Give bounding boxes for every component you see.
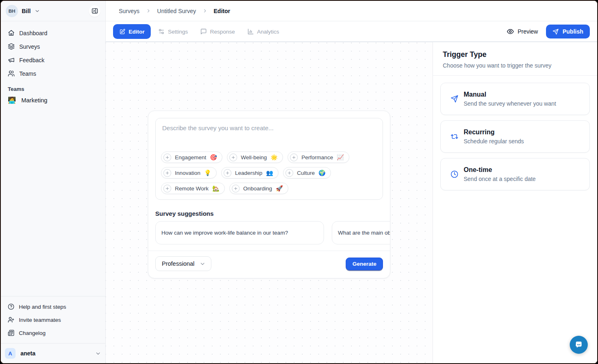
option-description: Send the survey whenever you want	[464, 100, 556, 107]
clock-icon	[451, 170, 458, 178]
trigger-option-one-time[interactable]: One-time Send once at a specific date	[440, 158, 590, 190]
trigger-panel-header: Trigger Type Choose how you want to trig…	[433, 42, 597, 76]
chip-culture[interactable]: Culture🌍	[283, 167, 331, 179]
chat-widget-button[interactable]	[570, 336, 588, 354]
option-title: Manual	[464, 91, 556, 98]
sidebar-item-surveys[interactable]: Surveys	[4, 40, 102, 53]
sidebar-item-teams[interactable]: Teams	[4, 67, 102, 80]
chevron-right-icon	[202, 8, 208, 14]
trigger-options: Manual Send the survey whenever you want…	[433, 76, 597, 197]
chat-bubble-icon	[574, 340, 583, 349]
house-emoji-icon: 🏡	[212, 185, 219, 191]
sliders-icon	[158, 28, 165, 35]
megaphone-icon	[8, 57, 15, 63]
sidebar-item-invite-teammates[interactable]: Invite teammates	[4, 313, 102, 326]
ai-composer-card: Engagement🎯 Well-being🌟 Performance📈	[148, 111, 390, 278]
people-emoji-icon: 👥	[266, 170, 273, 176]
account-name: aneta	[20, 350, 36, 357]
send-icon	[451, 95, 458, 103]
panel-title: Trigger Type	[443, 50, 587, 59]
sidebar-spacer	[1, 106, 105, 296]
option-title: One-time	[464, 166, 536, 174]
sidebar-item-dashboard[interactable]: Dashboard	[4, 26, 102, 40]
preview-button[interactable]: Preview	[503, 25, 541, 38]
sidebar-item-label: Feedback	[19, 57, 44, 63]
publish-button[interactable]: Publish	[546, 25, 590, 38]
app-window: BH Bill Dashboard Surveys Feedback	[0, 0, 598, 364]
collapse-sidebar-button[interactable]	[89, 5, 100, 17]
option-description: Send once at a specific date	[464, 176, 536, 182]
tone-value: Professional	[162, 260, 195, 267]
chip-remote-work[interactable]: Remote Work🏡	[161, 183, 225, 194]
topic-chips: Engagement🎯 Well-being🌟 Performance📈	[156, 151, 383, 199]
chip-well-being[interactable]: Well-being🌟	[227, 151, 283, 163]
sidebar-item-feedback[interactable]: Feedback	[4, 53, 102, 67]
tab-settings[interactable]: Settings	[153, 24, 193, 39]
technologist-emoji-icon: 🧑‍💻	[8, 97, 16, 104]
avatar: BH	[6, 5, 18, 17]
sidebar-item-help[interactable]: Help and first steps	[4, 300, 102, 313]
sidebar-item-changelog[interactable]: Changelog	[4, 326, 102, 339]
sidebar-item-label: Dashboard	[19, 30, 48, 36]
trigger-option-manual[interactable]: Manual Send the survey whenever you want	[440, 83, 590, 115]
survey-description-input[interactable]	[156, 118, 383, 151]
editor-canvas[interactable]: Engagement🎯 Well-being🌟 Performance📈	[106, 42, 433, 363]
chevron-down-icon	[34, 8, 40, 14]
suggestion-card[interactable]: How can we improve work-life balance in …	[155, 221, 324, 244]
breadcrumb-surveys[interactable]: Surveys	[119, 8, 140, 14]
sidebar: BH Bill Dashboard Surveys Feedback	[1, 1, 106, 363]
sidebar-item-label: Teams	[19, 70, 36, 77]
tab-response[interactable]: Response	[195, 24, 240, 39]
sidebar-header: BH Bill	[1, 1, 105, 21]
plus-icon	[224, 169, 231, 177]
workspace-name: Bill	[22, 8, 31, 14]
composer-footer: Professional Generate	[148, 251, 390, 278]
option-title: Recurring	[464, 129, 524, 136]
edit-icon	[119, 29, 125, 35]
sidebar-nav: Dashboard Surveys Feedback Teams Teams 🧑…	[1, 21, 105, 106]
team-name: Marketing	[21, 97, 48, 104]
tab-analytics[interactable]: Analytics	[242, 24, 284, 39]
generate-button[interactable]: Generate	[346, 258, 383, 270]
survey-suggestions-title: Survey suggestions	[155, 210, 383, 217]
sidebar-item-team-marketing[interactable]: 🧑‍💻 Marketing	[4, 94, 102, 106]
content-area: Engagement🎯 Well-being🌟 Performance📈	[106, 41, 597, 363]
bulb-emoji-icon: 💡	[204, 170, 211, 176]
chevron-down-icon	[95, 350, 101, 357]
sidebar-footer-nav: Help and first steps Invite teammates Ch…	[1, 296, 105, 341]
home-icon	[8, 29, 15, 36]
plus-icon	[163, 154, 171, 161]
chevron-right-icon	[146, 8, 151, 14]
main-area: Surveys Untitled Survey Editor Editor Se…	[106, 1, 597, 363]
breadcrumb-editor: Editor	[214, 8, 230, 14]
tone-select[interactable]: Professional	[155, 256, 211, 271]
plus-icon	[229, 154, 237, 161]
trigger-option-recurring[interactable]: Recurring Schedule regular sends	[440, 120, 590, 153]
eye-icon	[507, 28, 514, 35]
plus-icon	[163, 169, 171, 177]
suggestion-card[interactable]: What are the main ob	[332, 221, 390, 244]
rocket-emoji-icon: 🚀	[276, 185, 283, 191]
tab-editor[interactable]: Editor	[113, 24, 151, 39]
send-icon	[553, 29, 559, 35]
chip-onboarding[interactable]: Onboarding🚀	[229, 183, 288, 194]
layers-icon	[8, 43, 15, 50]
chevron-down-icon	[199, 261, 206, 267]
workspace-switcher[interactable]: BH Bill	[6, 5, 40, 17]
users-icon	[8, 70, 15, 77]
help-circle-icon	[8, 303, 14, 310]
chip-leadership[interactable]: Leadership👥	[221, 167, 279, 179]
chip-engagement[interactable]: Engagement🎯	[161, 151, 222, 163]
prompt-box: Engagement🎯 Well-being🌟 Performance📈	[155, 118, 383, 200]
chip-innovation[interactable]: Innovation💡	[161, 167, 217, 179]
plus-icon	[163, 185, 171, 192]
repeat-icon	[451, 133, 458, 140]
account-menu[interactable]: A aneta	[1, 343, 105, 363]
globe-emoji-icon: 🌍	[319, 170, 326, 176]
chip-performance[interactable]: Performance📈	[288, 151, 349, 163]
message-icon	[200, 28, 207, 35]
plus-icon	[285, 169, 293, 177]
trigger-type-panel: Trigger Type Choose how you want to trig…	[433, 42, 597, 363]
breadcrumb-untitled-survey[interactable]: Untitled Survey	[157, 8, 196, 14]
sidebar-item-label: Help and first steps	[19, 304, 66, 310]
